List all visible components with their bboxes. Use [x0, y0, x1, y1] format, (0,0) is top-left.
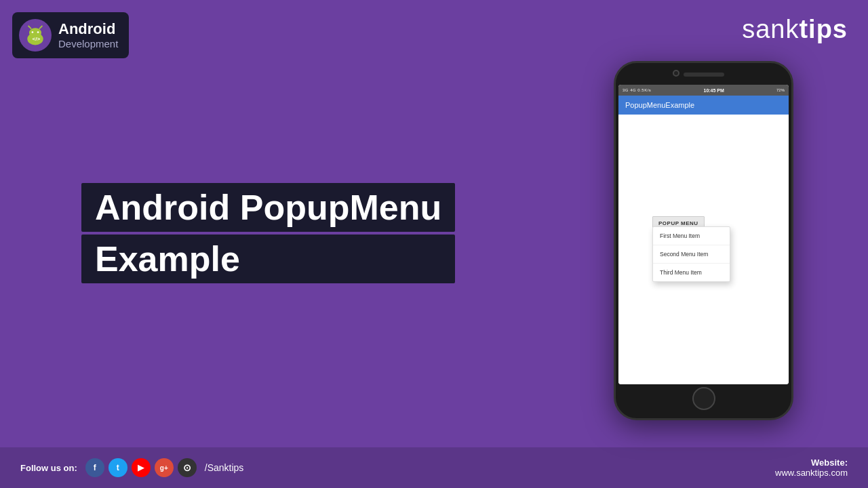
status-time: 10:45 PM [703, 88, 724, 93]
footer-left: Follow us on: f t ▶ g+ ⊙ /Sanktips [20, 458, 243, 477]
menu-item-3[interactable]: Third Menu Item [653, 264, 730, 281]
main-title-line1: Android PopupMenu [81, 183, 455, 232]
social-icons: f t ▶ g+ ⊙ [85, 458, 197, 477]
phone-mockup: 3G 4G 0.5K/s 10:45 PM 72% PopupMenuExamp… [614, 61, 793, 420]
follow-text: Follow us on: [20, 463, 77, 473]
logo-title-line2: Development [58, 38, 118, 49]
status-left: 3G 4G 0.5K/s [623, 88, 651, 92]
website-label: Website: [775, 458, 848, 468]
brand-bold: tips [799, 15, 848, 43]
phone-body: 3G 4G 0.5K/s 10:45 PM 72% PopupMenuExamp… [614, 61, 793, 420]
svg-line-7 [39, 26, 42, 29]
github-icon[interactable]: ⊙ [178, 458, 197, 477]
menu-item-1[interactable]: First Menu Item [653, 227, 730, 245]
social-handle: /Sanktips [205, 462, 244, 473]
status-bar: 3G 4G 0.5K/s 10:45 PM 72% [618, 85, 789, 96]
footer: Follow us on: f t ▶ g+ ⊙ /Sanktips Websi… [0, 447, 868, 488]
phone-screen: 3G 4G 0.5K/s 10:45 PM 72% PopupMenuExamp… [618, 85, 789, 384]
google-plus-icon[interactable]: g+ [155, 458, 174, 477]
brand-regular: sank [742, 15, 799, 43]
menu-item-2[interactable]: Second Menu Item [653, 245, 730, 264]
svg-text:</>: </> [33, 36, 41, 42]
brand-name: sanktips [742, 15, 848, 44]
main-title-block: Android PopupMenu Example [81, 183, 455, 283]
website-url: www.sanktips.com [775, 468, 848, 478]
android-logo-icon: </> [19, 19, 52, 52]
screen-content: POPUP MENU First Menu Item Second Menu I… [618, 115, 789, 384]
logo-title-line1: Android [58, 21, 118, 37]
logo-text: Android Development [58, 21, 118, 49]
logo-box: </> Android Development [12, 12, 129, 58]
main-title-line2: Example [81, 235, 455, 283]
phone-home-button[interactable] [692, 387, 715, 410]
app-bar: PopupMenuExample [618, 96, 789, 115]
facebook-icon[interactable]: f [85, 458, 104, 477]
phone-speaker [684, 73, 724, 77]
twitter-icon[interactable]: t [108, 458, 127, 477]
app-bar-title: PopupMenuExample [625, 101, 694, 109]
footer-right: Website: www.sanktips.com [775, 458, 848, 478]
svg-point-4 [32, 31, 34, 33]
youtube-icon[interactable]: ▶ [132, 458, 151, 477]
svg-point-5 [37, 31, 39, 33]
phone-camera [673, 70, 679, 77]
status-right: 72% [776, 88, 785, 92]
popup-dropdown: First Menu Item Second Menu Item Third M… [652, 226, 730, 282]
svg-line-6 [28, 26, 31, 29]
